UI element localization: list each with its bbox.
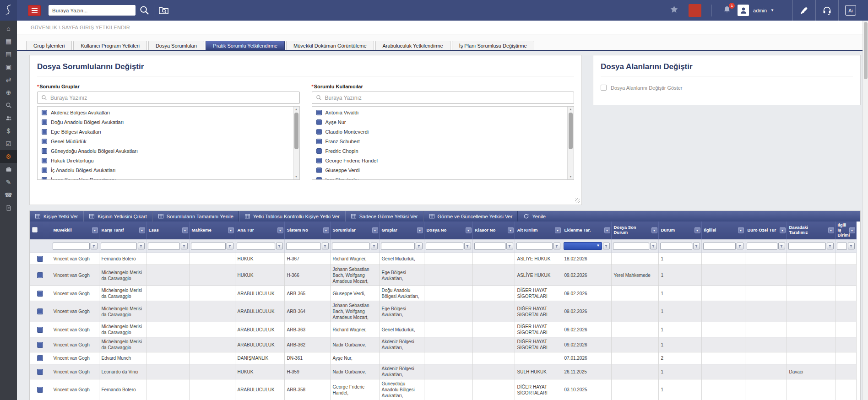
document-icon[interactable]	[0, 201, 17, 214]
checkbox[interactable]	[316, 129, 322, 135]
filter-input[interactable]	[381, 243, 415, 250]
row-checkbox[interactable]	[37, 272, 43, 278]
tab[interactable]: Müvekkil Doküman Görüntüleme	[286, 41, 374, 50]
filter-input[interactable]	[101, 243, 137, 250]
column-filter-icon[interactable]: ▼	[738, 227, 744, 233]
select-all-checkbox[interactable]	[32, 227, 38, 232]
filter-input[interactable]	[837, 243, 847, 250]
column-header[interactable]: Esas ▼	[146, 222, 189, 239]
column-filter-icon[interactable]: ▼	[604, 227, 610, 233]
list-item[interactable]: Igor Stravinsky	[312, 175, 567, 180]
filter-input[interactable]	[332, 243, 370, 250]
filter-input[interactable]	[660, 243, 692, 250]
filter-button[interactable]	[371, 243, 378, 249]
tab[interactable]: Dosya Sorumluları	[148, 41, 204, 50]
list-item[interactable]: Genel Müdürlük	[38, 136, 292, 146]
ai-icon[interactable]: Ai	[838, 0, 863, 21]
column-filter-icon[interactable]: ▼	[139, 227, 145, 233]
column-header[interactable]: Klasör No ▼	[472, 222, 515, 239]
filter-button[interactable]	[276, 243, 283, 249]
column-filter-icon[interactable]: ▼	[508, 227, 514, 233]
filter-input[interactable]	[148, 243, 180, 250]
column-filter-icon[interactable]: ▼	[828, 227, 834, 233]
phone-icon[interactable]: ☎	[0, 189, 17, 201]
tab[interactable]: İş Planı Sorumlusu Değiştirme	[452, 41, 534, 50]
transfer-icon[interactable]: ⇄	[0, 73, 17, 86]
column-filter-icon[interactable]: ▼	[228, 227, 234, 233]
row-checkbox[interactable]	[37, 387, 43, 393]
column-header[interactable]: İlgilisi ▼	[701, 222, 745, 239]
table-row[interactable]: Vincent van Gogh Michelangelo Merisi da …	[30, 322, 856, 337]
row-checkbox[interactable]	[37, 369, 43, 375]
table-row[interactable]: Vincent van Gogh Leonardo da Vinci HUKUK…	[30, 364, 856, 379]
compose-icon[interactable]: ✎	[0, 176, 17, 189]
filter-button[interactable]	[603, 243, 610, 249]
column-header[interactable]: Mahkeme ▼	[189, 222, 235, 239]
bell-icon[interactable]: 1	[723, 5, 731, 16]
show-file-fields-checkbox[interactable]	[601, 85, 607, 91]
red-indicator[interactable]	[689, 4, 701, 17]
row-checkbox[interactable]	[37, 308, 43, 314]
column-filter-icon[interactable]: ▼	[780, 227, 786, 233]
currency-icon[interactable]: $	[0, 124, 17, 137]
menu-icon[interactable]	[28, 5, 41, 16]
filter-button[interactable]	[778, 243, 785, 249]
home-icon[interactable]: ⌂	[0, 22, 17, 35]
search-icon[interactable]	[0, 99, 17, 112]
list-item[interactable]: İç Anadolu Bölgesi Avukatları	[38, 165, 292, 175]
filter-button[interactable]	[227, 243, 233, 249]
column-header[interactable]: Durum ▼	[658, 222, 701, 239]
checkbox[interactable]	[42, 158, 47, 163]
table-row[interactable]: Vincent van Gogh Fernando Botero ARABULU…	[30, 379, 856, 400]
column-filter-icon[interactable]: ▼	[92, 227, 98, 233]
tab[interactable]: Arabuluculuk Yetkilendirme	[375, 41, 450, 50]
filter-button[interactable]	[506, 243, 513, 249]
list-item[interactable]: Franz Schubert	[312, 136, 567, 146]
users-icon[interactable]	[0, 112, 17, 124]
headset-icon[interactable]	[815, 0, 838, 21]
row-checkbox[interactable]	[37, 355, 43, 361]
calendar-icon[interactable]: ▦	[0, 35, 17, 48]
list-item[interactable]: Claudio Monteverdi	[312, 127, 567, 136]
toolbar-button[interactable]: Sadece Görme Yetkisi Ver	[345, 211, 423, 222]
table-row[interactable]: Vincent van Gogh Fernando Botero HUKUK H…	[30, 253, 856, 265]
row-checkbox[interactable]	[37, 342, 43, 348]
list-item[interactable]: Ayşe Nur	[312, 117, 567, 127]
search-icon[interactable]	[139, 5, 150, 16]
groups-search-input[interactable]	[50, 95, 296, 101]
column-header[interactable]: Ana Tür ▼	[235, 222, 284, 239]
list-item[interactable]: Giuseppe Verdi	[312, 165, 567, 175]
row-checkbox[interactable]	[37, 327, 43, 333]
toolbar-button[interactable]: Görme ve Güncelleme Yetkisi Ver	[423, 211, 518, 222]
checkbox[interactable]	[316, 139, 322, 144]
tab[interactable]: Pratik Sorumlu Yetkilendirme	[206, 41, 285, 50]
filter-button[interactable]	[693, 243, 700, 249]
checkbox[interactable]	[42, 129, 47, 135]
pen-icon[interactable]	[792, 0, 815, 21]
folder-icon[interactable]: ▤	[0, 48, 17, 60]
folder-search-icon[interactable]	[158, 5, 169, 16]
filter-input[interactable]	[516, 243, 553, 250]
date-filter-select[interactable]: ▼	[564, 242, 602, 250]
table-row[interactable]: Vincent van Gogh Edvard Munch DANIŞMANLI…	[30, 352, 856, 364]
column-filter-icon[interactable]: ▼	[694, 227, 700, 233]
toolbar-button[interactable]: Kişinin Yetkisini Çıkart	[83, 211, 152, 222]
column-header[interactable]: Alt Kırılım ▼	[515, 222, 562, 239]
row-checkbox[interactable]	[37, 256, 43, 262]
filter-input[interactable]	[426, 243, 463, 250]
filter-button[interactable]	[138, 243, 145, 249]
column-header[interactable]: Sorumlular ▼	[330, 222, 379, 239]
list-item[interactable]: Doğu Anadolu Bölgesi Avukatları	[38, 117, 292, 127]
toolbar-button[interactable]: Kişiye Yetki Ver	[30, 211, 83, 222]
list-item[interactable]: Antonia Vivaldi	[312, 108, 567, 117]
checkbox[interactable]	[316, 158, 322, 163]
checkbox[interactable]	[42, 168, 47, 173]
column-filter-icon[interactable]: ▼	[372, 227, 378, 233]
column-filter-icon[interactable]: ▼	[555, 227, 561, 233]
filter-input[interactable]	[788, 243, 826, 250]
table-row[interactable]: Vincent van Gogh Michelangelo Merisi da …	[30, 337, 856, 352]
filter-button[interactable]	[553, 243, 560, 249]
checkbox[interactable]	[42, 177, 47, 180]
column-header[interactable]: Karşı Taraf ▼	[99, 222, 146, 239]
checkbox[interactable]	[316, 119, 322, 125]
